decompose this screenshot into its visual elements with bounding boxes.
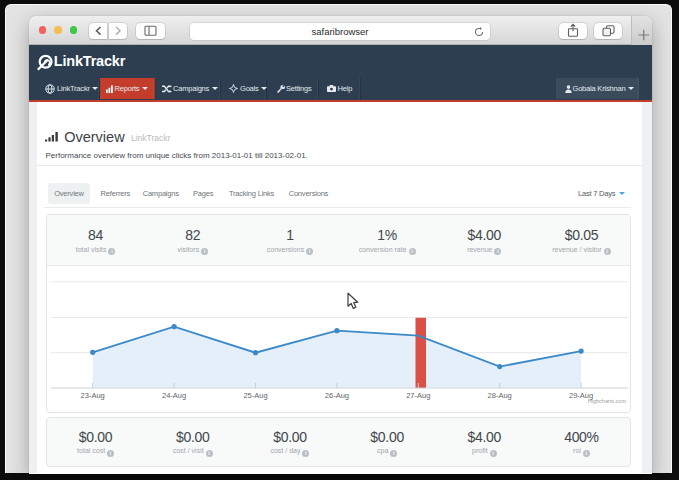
svg-text:27-Aug: 27-Aug bbox=[406, 391, 430, 400]
svg-text:26-Aug: 26-Aug bbox=[325, 391, 349, 400]
svg-text:23-Aug: 23-Aug bbox=[81, 391, 105, 400]
svg-text:24-Aug: 24-Aug bbox=[162, 391, 186, 400]
svg-text:28-Aug: 28-Aug bbox=[488, 391, 512, 400]
svg-text:25-Aug: 25-Aug bbox=[243, 391, 267, 400]
